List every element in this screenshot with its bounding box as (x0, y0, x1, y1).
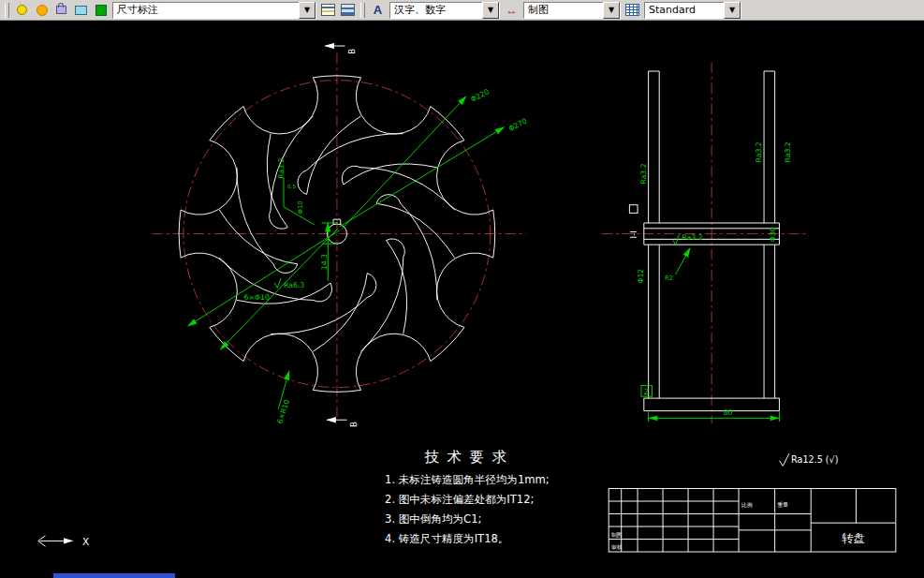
layer-combo[interactable]: 尺寸标注 ▼ (112, 2, 316, 19)
holes-leader (188, 230, 340, 326)
title-block-cols-mid (739, 489, 811, 553)
dim-layer-dropdown-icon[interactable]: ▼ (603, 2, 620, 19)
dim-layer-combo-value: 制图 (524, 3, 603, 17)
ra32-right-inner-label: Ra3.2 (755, 141, 763, 162)
layer-on-off-icon[interactable] (13, 2, 31, 19)
phi270-leader (340, 127, 505, 227)
phi220-label: Φ220 (469, 87, 491, 103)
title-block-label: 制图 (611, 532, 623, 539)
text-style-combo-value: 汉字、数字 (390, 3, 482, 17)
layer-color-chip-icon (95, 5, 107, 16)
dim-style-button[interactable] (623, 2, 641, 19)
section-view: Ra3.2 Ra3.2 Ra3.2 Ra3.2 Φ30 Φ12 R2 80 Z … (601, 62, 809, 423)
cad-application-window: 尺寸标注 ▼ A 汉字、数字 ▼ ↔ 制图 ▼ Standard ▼ (0, 0, 924, 578)
title-block: 制图 审核 比例 重量 转盘 (609, 489, 896, 553)
ra32-hub-label: Ra3.2 (682, 233, 702, 242)
dim-style-combo-value: Standard (645, 4, 724, 16)
title-block-cols-left (622, 489, 739, 553)
surface-note-check-icon (779, 453, 789, 467)
dimension-icon: ↔ (506, 5, 518, 16)
holes-label: 6×Φ10 (244, 293, 270, 302)
dim-style-dropdown-icon[interactable]: ▼ (724, 2, 741, 19)
key-dim-label: 14.3 (320, 254, 329, 270)
text-style-dropdown-icon[interactable]: ▼ (482, 2, 499, 19)
toolbar-grip-2[interactable] (360, 3, 365, 18)
text-style-combo[interactable]: 汉字、数字 ▼ (389, 2, 500, 19)
dim80-arrow-left (649, 415, 658, 421)
phi12-label: Φ12 (637, 269, 645, 284)
ra32-right-outer-label: Ra3.2 (784, 141, 792, 162)
layer-color-button[interactable] (92, 2, 110, 19)
surface-note: Ra12.5 (√) (779, 453, 838, 467)
lock-icon (56, 6, 66, 14)
layers-manager-button[interactable] (319, 2, 337, 19)
layers-icon (321, 4, 335, 16)
phi30-label: Φ30 (769, 227, 777, 242)
text-style-button[interactable]: A (369, 2, 387, 19)
tech-requirements-title: 技术要求 (424, 449, 514, 466)
table-grid-icon (625, 4, 639, 16)
layer-states-button[interactable] (339, 2, 357, 19)
layer-combo-dropdown-icon[interactable]: ▼ (299, 2, 315, 19)
dim-style-combo[interactable]: Standard ▼ (644, 2, 741, 19)
section-b-label-bottom: B (349, 422, 359, 427)
taskbar-fragment (53, 573, 175, 578)
dim80-label: 80 (724, 408, 733, 417)
ra32-left-label: Ra3.2 (639, 163, 648, 184)
rim-top-right (764, 71, 775, 223)
section-name-label: I-I (629, 230, 638, 238)
sun-icon (37, 5, 48, 16)
title-block-label: 审核 (611, 544, 623, 550)
ucs-icon: X (38, 536, 90, 548)
surface-check-icon (274, 278, 281, 289)
part-name: 转盘 (842, 531, 865, 545)
section-b-label-top: B (347, 49, 357, 54)
layer-lock-icon[interactable] (52, 2, 70, 19)
dim-layer-combo[interactable]: 制图 ▼ (523, 2, 621, 19)
bore-tolerance-label: 0.5 (287, 184, 297, 189)
datum-label: Z (644, 388, 649, 396)
surface-note-label: Ra12.5 (√) (791, 454, 839, 465)
layer-plot-icon[interactable] (72, 2, 90, 19)
bulb-icon (17, 5, 27, 15)
toolbar: 尺寸标注 ▼ A 汉字、数字 ▼ ↔ 制图 ▼ Standard ▼ (0, 0, 924, 21)
title-block-label: 重量 (778, 501, 789, 508)
monitor-icon (75, 6, 87, 15)
layer-freeze-icon[interactable] (33, 2, 51, 19)
tech-requirements: 技术要求 1. 未标注铸造圆角半径均为1mm; 2. 图中未标注偏差处都为IT1… (385, 449, 550, 546)
text-style-a-icon: A (374, 4, 382, 16)
title-block-cols-right (811, 489, 896, 524)
tech-requirement-item: 2. 图中未标注偏差处都为IT12; (385, 493, 534, 506)
dim-layer-button[interactable]: ↔ (503, 2, 521, 19)
drawing-svg: Φ220 Φ270 Ra6.3 6×Φ10 6×R10 Ra3.2 0.5 Φ1… (0, 21, 924, 578)
ucs-x-label: X (82, 536, 89, 547)
geneva-wheel-view: Φ220 Φ270 Ra6.3 6×Φ10 6×R10 Ra3.2 0.5 Φ1… (152, 46, 528, 427)
drawing-canvas[interactable]: Φ220 Φ270 Ra6.3 6×Φ10 6×R10 Ra3.2 0.5 Φ1… (0, 21, 924, 578)
bore-label: Φ10 (297, 200, 304, 214)
tech-requirement-item: 1. 未标注铸造圆角半径均为1mm; (385, 473, 550, 486)
r10-label: 6×R10 (275, 398, 291, 424)
view-marker-box (629, 205, 638, 214)
holes-leader-2 (221, 229, 338, 349)
tech-requirement-item: 3. 图中倒角均为C1; (385, 512, 481, 526)
title-block-rows (609, 501, 739, 540)
tech-requirement-item: 4. 铸造尺寸精度为IT18。 (385, 532, 508, 545)
ra32-label: Ra3.2 (277, 158, 286, 179)
layer-combo-value: 尺寸标注 (113, 3, 299, 17)
ra63-label: Ra6.3 (284, 281, 304, 289)
phi270-label: Φ270 (507, 117, 529, 133)
title-block-label: 比例 (741, 502, 753, 509)
r2-leader (676, 248, 690, 274)
r2-label: R2 (665, 274, 673, 282)
toolbar-grip[interactable] (5, 3, 9, 18)
rim-top-left (649, 71, 660, 223)
dim80-arrow-right (770, 415, 780, 421)
layer-states-icon (341, 4, 355, 16)
